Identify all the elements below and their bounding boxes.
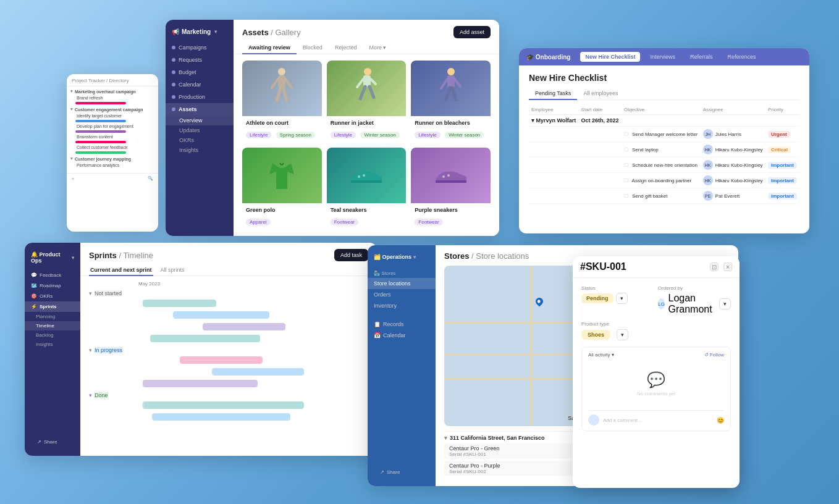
p6-no-comments-text: No comments yet (588, 391, 724, 397)
p2-sidebar-assets[interactable]: Assets (166, 103, 234, 116)
panel1-header: Project Tracker / Directory (67, 74, 158, 86)
p3-topbar-title: 🎓 Onboarding (526, 54, 570, 61)
p3-task-priority-4: Important (765, 173, 799, 188)
svg-line-11 (369, 86, 374, 98)
p3-avatar-4: HK (703, 175, 713, 185)
p4-add-task-btn[interactable]: Add task (334, 249, 368, 261)
p2-tag-footwear1: Footwear (331, 219, 358, 225)
p2-tab-more[interactable]: More ▾ (363, 42, 392, 54)
p5-sidebar-orders[interactable]: Orders (368, 289, 436, 300)
p3-subtab-all[interactable]: All employees (577, 88, 624, 100)
p4-sidebar-sprints[interactable]: ⚡ Sprints (25, 301, 80, 312)
p3-person-1: JH Jules Harris (703, 129, 763, 139)
p2-sidebar-requests[interactable]: Requests (166, 54, 234, 66)
p4-gantt-bar-ns-3a (203, 323, 285, 330)
p5-sidebar-calendar[interactable]: 📅 Calendar (368, 330, 436, 341)
p4-section-not-started: Not started (89, 290, 368, 296)
p4-row-ip-3 (89, 379, 368, 388)
p3-th-objective: Objective (622, 105, 701, 115)
p2-tab-awaiting[interactable]: Awaiting review (242, 42, 297, 54)
p3-check-5: ☐ (624, 193, 628, 199)
svg-line-16 (446, 88, 450, 100)
p4-gantt-bar-ns-2a (173, 311, 269, 319)
p2-gallery-label-athlete: Athlete on court (246, 120, 318, 126)
p6-status-label: Status (581, 285, 653, 291)
p4-chevron: ▾ (72, 255, 74, 261)
teal-shoe-illustration (348, 163, 385, 188)
p6-product-type-badge: Shoes (581, 330, 610, 340)
p3-task-obj-2: ☐ Send laptop (622, 142, 701, 158)
p4-sub-planning[interactable]: Planning (25, 312, 80, 321)
p2-sub-overview[interactable]: Overview (166, 116, 234, 125)
p4-sidebar-feedback[interactable]: 💬 Feedback (25, 270, 80, 280)
p4-sub-insights[interactable]: Insights (25, 340, 80, 349)
p3-tab-interviews[interactable]: Interviews (645, 52, 680, 62)
p6-status-badge: Pending (581, 293, 613, 303)
p3-content: New Hire Checklist Pending Tasks All emp… (519, 65, 809, 211)
p6-product-type-dropdown[interactable]: ▾ (617, 329, 628, 340)
p3-avatar-1: JH (703, 129, 713, 139)
p6-close-btn[interactable]: × (723, 262, 732, 271)
p6-follow-btn[interactable]: ↺ Follow (704, 352, 724, 358)
p6-no-comments: 💬 No comments yet (588, 361, 724, 406)
p5-share-icon: ↗ (380, 469, 384, 475)
p2-sidebar-budget[interactable]: Budget (166, 66, 234, 78)
p4-share-btn[interactable]: ↗ Share (31, 437, 63, 447)
p4-subtab-current[interactable]: Current and next sprint (89, 265, 153, 276)
p3-employee-startdate: Oct 26th, 2022 (579, 115, 622, 127)
p3-topbar: 🎓 Onboarding New Hire Checklist Intervie… (519, 48, 809, 65)
p3-tab-referrals[interactable]: Referrals (685, 52, 718, 62)
p3-check-3: ☐ (624, 162, 628, 168)
p4-gantt-bar-ip-2a (212, 368, 304, 376)
p2-sub-okrs[interactable]: OKRs (166, 135, 234, 145)
svg-point-21 (447, 174, 450, 177)
panel1-subtitle: / Directory (106, 78, 129, 83)
svg-line-14 (441, 79, 447, 88)
p1-bar-green1 (75, 151, 126, 154)
p2-sidebar-production[interactable]: Production (166, 91, 234, 103)
p3-tab-references[interactable]: References (723, 52, 761, 62)
p3-table-header-row: Employee Start date Objective Assignee P… (529, 105, 799, 115)
p2-sub-insights[interactable]: Insights (166, 145, 234, 155)
p2-tab-rejected[interactable]: Rejected (329, 42, 363, 54)
p5-sidebar-inventory[interactable]: Inventory (368, 300, 436, 311)
p5-store-green-label: Centaur Pro - Green (449, 445, 500, 452)
p2-gallery-info-runner: Runner in jacket Lifestyle Winter season (327, 116, 407, 142)
panel1-add-btn[interactable]: + (72, 177, 74, 181)
p4-sidebar-okrs[interactable]: 🎯 OKRs (25, 291, 80, 301)
panel1-search-btn[interactable]: 🔍 (148, 176, 153, 181)
p1-section-customer: Customer engagement campaign Identify ta… (70, 107, 154, 154)
p2-tab-blocked[interactable]: Blocked (297, 42, 329, 54)
p6-comment-send-icon[interactable]: 😊 (717, 417, 724, 424)
p2-main-title: Assets / Gallery (242, 28, 301, 37)
p2-sub-updates[interactable]: Updates (166, 125, 234, 135)
p2-sidebar-calendar[interactable]: Calendar (166, 78, 234, 91)
p2-add-asset-btn[interactable]: Add asset (453, 26, 491, 38)
p6-expand-btn[interactable]: ⊡ (710, 262, 719, 271)
panel1-footer: + 🔍 (67, 173, 158, 183)
p6-comment-placeholder: Add a comment... (603, 418, 713, 423)
p5-sidebar-store-locations[interactable]: Store locations (368, 278, 436, 289)
p3-task-row-2: ☐ Send laptop HK Hikaru Kubo-Kingsley Cr… (529, 142, 799, 158)
p4-subtab-all[interactable]: All sprints (159, 265, 186, 276)
p3-tab-checklist[interactable]: New Hire Checklist (580, 52, 640, 62)
p6-comment-input: Add a comment... 😊 (588, 410, 724, 426)
p5-icon-records: 📋 (374, 321, 381, 327)
p3-task-obj-4: ☐ Assign on-boarding partner (622, 173, 701, 188)
p2-sidebar-campaigns[interactable]: Campaigns (166, 41, 234, 54)
p4-sub-backlog[interactable]: Backlog (25, 330, 80, 340)
p3-person-5: PE Pat Everett (703, 191, 763, 201)
runner-illustration (354, 67, 379, 110)
p5-icon-calendar: 📅 (374, 332, 381, 338)
svg-point-6 (364, 68, 371, 75)
p4-sub-timeline[interactable]: Timeline (25, 321, 80, 330)
p5-share-btn[interactable]: ↗ Share (374, 467, 406, 477)
p2-gallery: Athlete on court Lifestyle Spring season (234, 54, 499, 236)
p4-row-ns-2 (89, 310, 368, 320)
p6-ordered-by-dropdown[interactable]: ▾ (719, 298, 731, 309)
p6-status-dropdown[interactable]: ▾ (616, 293, 628, 304)
p5-sidebar-records[interactable]: 📋 Records (368, 319, 436, 330)
p3-employee-name: ▾ Myrvyn Wolfart (529, 115, 579, 127)
p4-sidebar-roadmap[interactable]: 🗺️ Roadmap (25, 280, 80, 291)
p3-subtab-pending[interactable]: Pending Tasks (529, 88, 577, 100)
